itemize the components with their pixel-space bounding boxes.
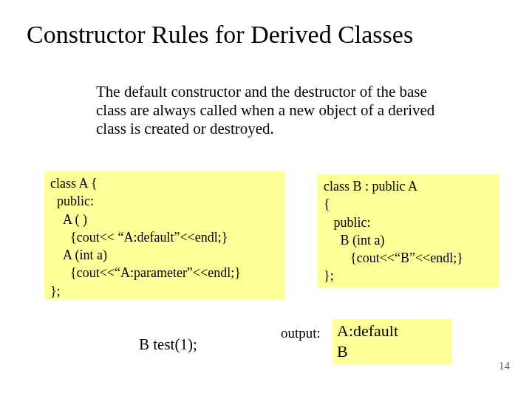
code-call: B test(1);: [139, 335, 228, 354]
code-block-class-b: class B : public A { public: B (int a) {…: [318, 174, 499, 287]
code-block-class-a: class A { public: A ( ) {cout<< “A:defau…: [44, 171, 285, 299]
slide-title: Constructor Rules for Derived Classes: [27, 21, 517, 49]
output-label: output:: [281, 325, 321, 341]
output-box: A:default B: [332, 319, 452, 365]
page-number: 14: [499, 360, 510, 372]
body-paragraph: The default constructor and the destruct…: [96, 83, 443, 139]
slide: Constructor Rules for Derived Classes Th…: [0, 0, 532, 399]
